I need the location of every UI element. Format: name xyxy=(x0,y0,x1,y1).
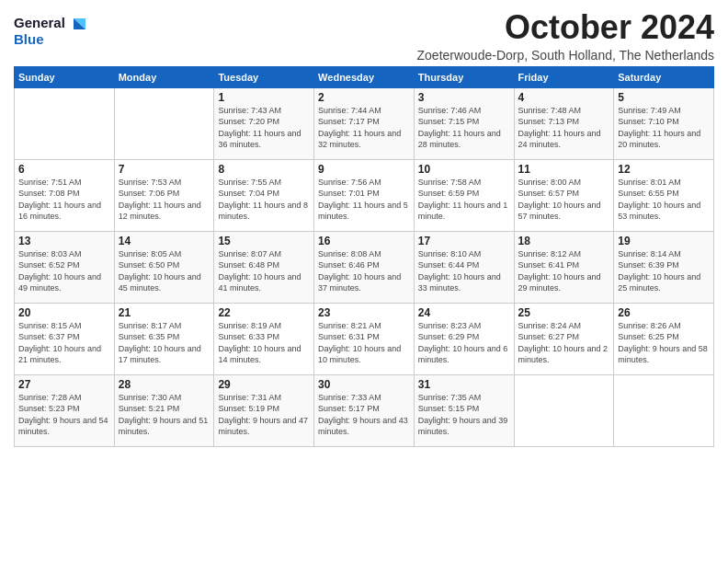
page: General Blue October 2024 Zoeterwoude-Do… xyxy=(0,0,728,454)
calendar-cell: 27Sunrise: 7:28 AMSunset: 5:23 PMDayligh… xyxy=(15,374,115,446)
day-detail: Sunrise: 8:14 AMSunset: 6:39 PMDaylight:… xyxy=(618,248,710,294)
calendar-cell: 17Sunrise: 8:10 AMSunset: 6:44 PMDayligh… xyxy=(414,231,514,303)
day-detail: Sunrise: 8:23 AMSunset: 6:29 PMDaylight:… xyxy=(418,320,510,366)
day-detail: Sunrise: 7:28 AMSunset: 5:23 PMDaylight:… xyxy=(18,392,110,438)
day-number: 28 xyxy=(119,378,210,391)
day-detail: Sunrise: 8:15 AMSunset: 6:37 PMDaylight:… xyxy=(18,320,110,366)
day-detail: Sunrise: 8:21 AMSunset: 6:31 PMDaylight:… xyxy=(318,320,410,366)
day-number: 15 xyxy=(218,235,310,247)
day-detail: Sunrise: 7:44 AMSunset: 7:17 PMDaylight:… xyxy=(318,105,410,151)
calendar-cell: 11Sunrise: 8:00 AMSunset: 6:57 PMDayligh… xyxy=(514,159,614,231)
day-number: 22 xyxy=(218,306,310,319)
day-number: 24 xyxy=(418,306,510,319)
calendar-cell: 4Sunrise: 7:48 AMSunset: 7:13 PMDaylight… xyxy=(514,87,614,159)
calendar-cell: 23Sunrise: 8:21 AMSunset: 6:31 PMDayligh… xyxy=(314,303,415,374)
logo: General Blue xyxy=(14,9,87,50)
calendar-cell: 10Sunrise: 7:58 AMSunset: 6:59 PMDayligh… xyxy=(414,159,514,231)
calendar-header-row: SundayMondayTuesdayWednesdayThursdayFrid… xyxy=(15,66,714,87)
calendar-cell: 14Sunrise: 8:05 AMSunset: 6:50 PMDayligh… xyxy=(114,231,214,303)
calendar-cell xyxy=(514,374,614,446)
calendar-cell: 25Sunrise: 8:24 AMSunset: 6:27 PMDayligh… xyxy=(514,303,614,374)
calendar-cell: 29Sunrise: 7:31 AMSunset: 5:19 PMDayligh… xyxy=(214,374,314,446)
calendar-cell: 3Sunrise: 7:46 AMSunset: 7:15 PMDaylight… xyxy=(414,87,514,159)
day-number: 17 xyxy=(418,235,510,247)
day-of-week-header: Thursday xyxy=(414,66,514,87)
calendar-cell xyxy=(15,87,115,159)
calendar-cell: 18Sunrise: 8:12 AMSunset: 6:41 PMDayligh… xyxy=(514,231,614,303)
calendar-week-row: 20Sunrise: 8:15 AMSunset: 6:37 PMDayligh… xyxy=(15,303,714,374)
day-number: 5 xyxy=(618,91,710,104)
day-number: 13 xyxy=(18,235,110,247)
day-detail: Sunrise: 7:49 AMSunset: 7:10 PMDaylight:… xyxy=(618,105,710,151)
day-number: 19 xyxy=(618,235,710,247)
calendar-week-row: 1Sunrise: 7:43 AMSunset: 7:20 PMDaylight… xyxy=(15,87,714,159)
day-number: 2 xyxy=(318,91,410,104)
calendar-cell: 30Sunrise: 7:33 AMSunset: 5:17 PMDayligh… xyxy=(314,374,415,446)
day-detail: Sunrise: 7:53 AMSunset: 7:06 PMDaylight:… xyxy=(119,177,210,223)
day-detail: Sunrise: 7:58 AMSunset: 6:59 PMDaylight:… xyxy=(418,177,510,223)
day-detail: Sunrise: 7:56 AMSunset: 7:01 PMDaylight:… xyxy=(318,177,410,223)
calendar-cell: 26Sunrise: 8:26 AMSunset: 6:25 PMDayligh… xyxy=(614,303,714,374)
header: General Blue October 2024 Zoeterwoude-Do… xyxy=(14,9,714,63)
title-block: October 2024 Zoeterwoude-Dorp, South Hol… xyxy=(417,9,714,63)
calendar-cell: 31Sunrise: 7:35 AMSunset: 5:15 PMDayligh… xyxy=(414,374,514,446)
calendar-cell: 15Sunrise: 8:07 AMSunset: 6:48 PMDayligh… xyxy=(214,231,314,303)
calendar-cell: 21Sunrise: 8:17 AMSunset: 6:35 PMDayligh… xyxy=(114,303,214,374)
day-number: 7 xyxy=(119,163,210,176)
day-number: 9 xyxy=(318,163,410,176)
svg-text:General: General xyxy=(14,15,65,30)
day-number: 26 xyxy=(618,306,710,319)
day-detail: Sunrise: 8:12 AMSunset: 6:41 PMDaylight:… xyxy=(518,248,610,294)
day-number: 25 xyxy=(518,306,610,319)
day-number: 18 xyxy=(518,235,610,247)
calendar-cell: 9Sunrise: 7:56 AMSunset: 7:01 PMDaylight… xyxy=(314,159,415,231)
calendar-cell: 16Sunrise: 8:08 AMSunset: 6:46 PMDayligh… xyxy=(314,231,415,303)
calendar-cell: 5Sunrise: 7:49 AMSunset: 7:10 PMDaylight… xyxy=(614,87,714,159)
calendar-cell xyxy=(114,87,214,159)
day-number: 29 xyxy=(218,378,310,391)
day-detail: Sunrise: 8:05 AMSunset: 6:50 PMDaylight:… xyxy=(119,248,210,294)
day-detail: Sunrise: 7:31 AMSunset: 5:19 PMDaylight:… xyxy=(218,392,310,438)
day-number: 6 xyxy=(18,163,110,176)
calendar-cell: 1Sunrise: 7:43 AMSunset: 7:20 PMDaylight… xyxy=(214,87,314,159)
day-detail: Sunrise: 7:43 AMSunset: 7:20 PMDaylight:… xyxy=(218,105,310,151)
calendar-cell: 13Sunrise: 8:03 AMSunset: 6:52 PMDayligh… xyxy=(15,231,115,303)
day-of-week-header: Saturday xyxy=(614,66,714,87)
calendar-cell: 20Sunrise: 8:15 AMSunset: 6:37 PMDayligh… xyxy=(15,303,115,374)
day-detail: Sunrise: 8:26 AMSunset: 6:25 PMDaylight:… xyxy=(618,320,710,366)
day-detail: Sunrise: 8:19 AMSunset: 6:33 PMDaylight:… xyxy=(218,320,310,366)
day-of-week-header: Friday xyxy=(514,66,614,87)
day-number: 4 xyxy=(518,91,610,104)
month-title: October 2024 xyxy=(417,9,714,46)
calendar-cell: 24Sunrise: 8:23 AMSunset: 6:29 PMDayligh… xyxy=(414,303,514,374)
day-detail: Sunrise: 8:00 AMSunset: 6:57 PMDaylight:… xyxy=(518,177,610,223)
day-detail: Sunrise: 7:46 AMSunset: 7:15 PMDaylight:… xyxy=(418,105,510,151)
day-number: 14 xyxy=(119,235,210,247)
calendar-cell: 7Sunrise: 7:53 AMSunset: 7:06 PMDaylight… xyxy=(114,159,214,231)
day-number: 21 xyxy=(119,306,210,319)
day-detail: Sunrise: 8:03 AMSunset: 6:52 PMDaylight:… xyxy=(18,248,110,294)
calendar-week-row: 6Sunrise: 7:51 AMSunset: 7:08 PMDaylight… xyxy=(15,159,714,231)
day-number: 23 xyxy=(318,306,410,319)
calendar-table: SundayMondayTuesdayWednesdayThursdayFrid… xyxy=(14,66,714,447)
day-number: 16 xyxy=(318,235,410,247)
day-detail: Sunrise: 8:10 AMSunset: 6:44 PMDaylight:… xyxy=(418,248,510,294)
day-number: 30 xyxy=(318,378,410,391)
calendar-cell: 6Sunrise: 7:51 AMSunset: 7:08 PMDaylight… xyxy=(15,159,115,231)
day-detail: Sunrise: 7:51 AMSunset: 7:08 PMDaylight:… xyxy=(18,177,110,223)
day-detail: Sunrise: 7:35 AMSunset: 5:15 PMDaylight:… xyxy=(418,392,510,438)
calendar-week-row: 13Sunrise: 8:03 AMSunset: 6:52 PMDayligh… xyxy=(15,231,714,303)
location-title: Zoeterwoude-Dorp, South Holland, The Net… xyxy=(417,48,714,63)
calendar-cell: 8Sunrise: 7:55 AMSunset: 7:04 PMDaylight… xyxy=(214,159,314,231)
day-of-week-header: Sunday xyxy=(15,66,115,87)
day-detail: Sunrise: 8:17 AMSunset: 6:35 PMDaylight:… xyxy=(119,320,210,366)
day-detail: Sunrise: 7:33 AMSunset: 5:17 PMDaylight:… xyxy=(318,392,410,438)
day-number: 10 xyxy=(418,163,510,176)
day-detail: Sunrise: 8:07 AMSunset: 6:48 PMDaylight:… xyxy=(218,248,310,294)
day-detail: Sunrise: 7:30 AMSunset: 5:21 PMDaylight:… xyxy=(119,392,210,438)
day-detail: Sunrise: 7:48 AMSunset: 7:13 PMDaylight:… xyxy=(518,105,610,151)
svg-text:Blue: Blue xyxy=(14,31,44,47)
day-number: 8 xyxy=(218,163,310,176)
day-number: 27 xyxy=(18,378,110,391)
day-detail: Sunrise: 8:01 AMSunset: 6:55 PMDaylight:… xyxy=(618,177,710,223)
